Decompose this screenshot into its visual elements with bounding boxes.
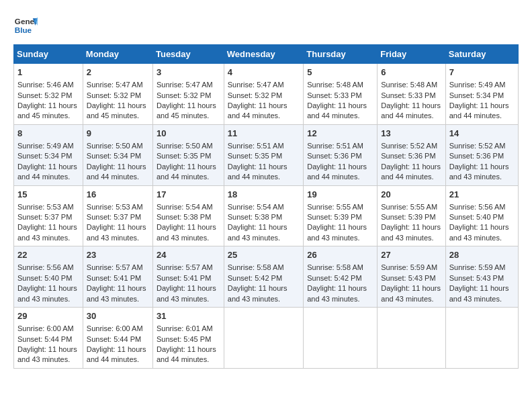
daylight: Daylight: 11 hours and 45 minutes. — [157, 101, 216, 120]
day-number: 11 — [228, 128, 300, 140]
sunset: Sunset: 5:37 PM — [17, 213, 72, 221]
calendar-cell: 7Sunrise: 5:49 AMSunset: 5:34 PMDaylight… — [445, 64, 518, 125]
daylight: Daylight: 11 hours and 44 minutes. — [307, 101, 367, 120]
logo: General Blue — [13, 13, 38, 38]
calendar-cell: 19Sunrise: 5:55 AMSunset: 5:39 PMDayligh… — [304, 185, 378, 246]
daylight: Daylight: 11 hours and 43 minutes. — [449, 284, 509, 302]
sunrise: Sunrise: 5:58 AM — [307, 263, 363, 271]
sunrise: Sunrise: 5:49 AM — [449, 81, 506, 89]
calendar-cell: 11Sunrise: 5:51 AMSunset: 5:35 PMDayligh… — [224, 124, 303, 185]
day-number: 20 — [381, 189, 441, 201]
sunrise: Sunrise: 5:59 AM — [449, 263, 506, 271]
sunrise: Sunrise: 5:57 AM — [87, 263, 143, 271]
daylight: Daylight: 11 hours and 43 minutes. — [17, 284, 77, 302]
calendar-cell: 12Sunrise: 5:51 AMSunset: 5:36 PMDayligh… — [304, 124, 378, 185]
calendar-cell: 17Sunrise: 5:54 AMSunset: 5:38 PMDayligh… — [152, 185, 224, 246]
day-number: 29 — [17, 310, 79, 322]
sunrise: Sunrise: 6:01 AM — [157, 324, 213, 332]
calendar-cell: 10Sunrise: 5:50 AMSunset: 5:35 PMDayligh… — [152, 124, 224, 185]
daylight: Daylight: 11 hours and 43 minutes. — [381, 223, 441, 241]
day-number: 19 — [307, 189, 373, 201]
sunrise: Sunrise: 5:55 AM — [307, 203, 363, 211]
sunrise: Sunrise: 5:47 AM — [157, 81, 213, 89]
day-number: 28 — [449, 249, 515, 261]
calendar-cell: 23Sunrise: 5:57 AMSunset: 5:41 PMDayligh… — [83, 246, 152, 308]
sunset: Sunset: 5:44 PM — [17, 335, 72, 343]
day-number: 30 — [87, 310, 149, 322]
day-number: 21 — [449, 189, 515, 201]
sunset: Sunset: 5:42 PM — [228, 274, 282, 282]
calendar-cell: 27Sunrise: 5:59 AMSunset: 5:43 PMDayligh… — [378, 246, 445, 308]
sunrise: Sunrise: 5:53 AM — [17, 203, 74, 211]
calendar-cell: 14Sunrise: 5:52 AMSunset: 5:36 PMDayligh… — [445, 124, 518, 185]
weekday-header-tuesday: Tuesday — [152, 45, 224, 64]
calendar-cell — [378, 308, 445, 369]
sunset: Sunset: 5:42 PM — [307, 274, 361, 282]
day-number: 4 — [228, 66, 300, 79]
daylight: Daylight: 11 hours and 43 minutes. — [157, 284, 216, 302]
sunrise: Sunrise: 5:46 AM — [17, 81, 74, 89]
daylight: Daylight: 11 hours and 43 minutes. — [228, 223, 287, 241]
sunset: Sunset: 5:34 PM — [87, 152, 141, 160]
sunset: Sunset: 5:36 PM — [449, 152, 504, 160]
day-number: 17 — [157, 189, 220, 201]
sunrise: Sunrise: 5:55 AM — [381, 203, 437, 211]
sunset: Sunset: 5:33 PM — [381, 91, 435, 99]
week-row-4: 22Sunrise: 5:56 AMSunset: 5:40 PMDayligh… — [14, 246, 519, 308]
calendar-cell — [224, 308, 303, 369]
sunrise: Sunrise: 5:49 AM — [17, 142, 74, 150]
calendar-cell: 6Sunrise: 5:48 AMSunset: 5:33 PMDaylight… — [378, 64, 445, 125]
daylight: Daylight: 11 hours and 45 minutes. — [87, 101, 146, 120]
daylight: Daylight: 11 hours and 43 minutes. — [87, 223, 146, 241]
calendar-cell: 9Sunrise: 5:50 AMSunset: 5:34 PMDaylight… — [83, 124, 152, 185]
calendar-cell: 21Sunrise: 5:56 AMSunset: 5:40 PMDayligh… — [445, 185, 518, 246]
day-number: 8 — [17, 128, 79, 140]
calendar-cell: 3Sunrise: 5:47 AMSunset: 5:32 PMDaylight… — [152, 64, 224, 125]
calendar-cell: 22Sunrise: 5:56 AMSunset: 5:40 PMDayligh… — [14, 246, 83, 308]
sunset: Sunset: 5:41 PM — [157, 274, 211, 282]
calendar-cell: 28Sunrise: 5:59 AMSunset: 5:43 PMDayligh… — [445, 246, 518, 308]
calendar-cell: 18Sunrise: 5:54 AMSunset: 5:38 PMDayligh… — [224, 185, 303, 246]
calendar-cell: 16Sunrise: 5:53 AMSunset: 5:37 PMDayligh… — [83, 185, 152, 246]
day-number: 7 — [449, 66, 515, 79]
daylight: Daylight: 11 hours and 44 minutes. — [228, 101, 287, 120]
calendar-cell: 29Sunrise: 6:00 AMSunset: 5:44 PMDayligh… — [14, 308, 83, 369]
daylight: Daylight: 11 hours and 43 minutes. — [228, 284, 287, 302]
sunrise: Sunrise: 6:00 AM — [17, 324, 74, 332]
week-row-2: 8Sunrise: 5:49 AMSunset: 5:34 PMDaylight… — [14, 124, 519, 185]
sunrise: Sunrise: 5:54 AM — [228, 203, 284, 211]
calendar-cell: 20Sunrise: 5:55 AMSunset: 5:39 PMDayligh… — [378, 185, 445, 246]
sunset: Sunset: 5:40 PM — [17, 274, 72, 282]
weekday-header-friday: Friday — [378, 45, 445, 64]
sunrise: Sunrise: 5:48 AM — [381, 81, 437, 89]
sunset: Sunset: 5:34 PM — [449, 91, 504, 99]
svg-text:Blue: Blue — [15, 26, 32, 34]
sunrise: Sunrise: 5:59 AM — [381, 263, 437, 271]
calendar-cell: 5Sunrise: 5:48 AMSunset: 5:33 PMDaylight… — [304, 64, 378, 125]
calendar-cell: 26Sunrise: 5:58 AMSunset: 5:42 PMDayligh… — [304, 246, 378, 308]
sunrise: Sunrise: 5:50 AM — [87, 142, 143, 150]
daylight: Daylight: 11 hours and 44 minutes. — [449, 101, 509, 120]
sunset: Sunset: 5:39 PM — [381, 213, 435, 221]
day-number: 26 — [307, 249, 373, 261]
day-number: 5 — [307, 66, 373, 79]
sunrise: Sunrise: 5:52 AM — [449, 142, 506, 150]
calendar-cell — [304, 308, 378, 369]
day-number: 2 — [87, 66, 149, 79]
sunset: Sunset: 5:36 PM — [381, 152, 435, 160]
calendar-cell: 15Sunrise: 5:53 AMSunset: 5:37 PMDayligh… — [14, 185, 83, 246]
sunrise: Sunrise: 5:56 AM — [17, 263, 74, 271]
calendar-cell: 2Sunrise: 5:47 AMSunset: 5:32 PMDaylight… — [83, 64, 152, 125]
sunrise: Sunrise: 5:57 AM — [157, 263, 213, 271]
sunrise: Sunrise: 5:53 AM — [87, 203, 143, 211]
day-number: 12 — [307, 128, 373, 140]
calendar-cell: 1Sunrise: 5:46 AMSunset: 5:32 PMDaylight… — [14, 64, 83, 125]
sunrise: Sunrise: 5:48 AM — [307, 81, 363, 89]
day-number: 25 — [228, 249, 300, 261]
sunset: Sunset: 5:40 PM — [449, 213, 504, 221]
day-number: 6 — [381, 66, 441, 79]
daylight: Daylight: 11 hours and 45 minutes. — [17, 101, 77, 120]
week-row-5: 29Sunrise: 6:00 AMSunset: 5:44 PMDayligh… — [14, 308, 519, 369]
day-number: 24 — [157, 249, 220, 261]
page-header: General Blue — [13, 13, 519, 38]
